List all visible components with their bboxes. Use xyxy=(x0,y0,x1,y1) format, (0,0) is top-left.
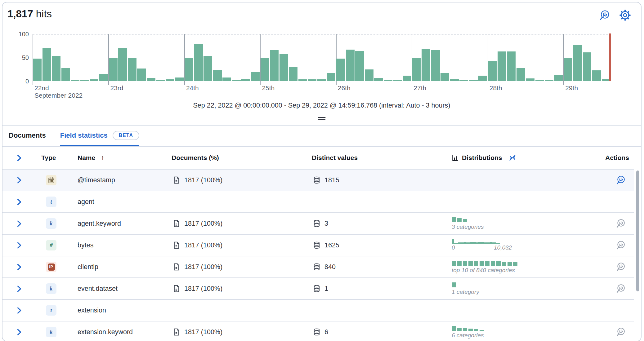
histogram-bar[interactable] xyxy=(459,80,468,81)
histogram-bar[interactable] xyxy=(478,76,487,81)
histogram-bar[interactable] xyxy=(355,51,364,81)
histogram-bar[interactable] xyxy=(71,80,79,81)
histogram-bar[interactable] xyxy=(261,58,269,81)
histogram-bar[interactable] xyxy=(251,72,260,81)
field-row-clientip[interactable]: IPclientip1817 (100%)840top 10 of 840 ca… xyxy=(2,256,634,277)
field-row-bytes[interactable]: #bytes1817 (100%)1625010,032 xyxy=(2,234,634,256)
histogram-bar[interactable] xyxy=(213,70,222,81)
explore-in-lens-icon[interactable] xyxy=(615,283,626,294)
histogram-bar[interactable] xyxy=(33,59,42,81)
histogram-bar[interactable] xyxy=(52,56,60,81)
histogram-bar[interactable] xyxy=(90,79,99,81)
histogram-bar[interactable] xyxy=(80,80,89,81)
histogram-bar[interactable] xyxy=(222,78,231,81)
histogram-bar[interactable] xyxy=(498,51,506,81)
histogram-bar[interactable] xyxy=(545,80,553,81)
histogram-bar[interactable] xyxy=(592,70,601,81)
histogram-bar[interactable] xyxy=(166,79,174,81)
explore-in-lens-icon[interactable] xyxy=(615,175,626,185)
bar-chart-icon xyxy=(452,154,459,162)
histogram-bar[interactable] xyxy=(365,69,373,81)
histogram-bar[interactable] xyxy=(42,48,51,81)
histogram-bar[interactable] xyxy=(194,44,203,81)
tab-field-statistics[interactable]: Field statistics BETA xyxy=(60,126,139,146)
y-axis-tick-label: 50 xyxy=(22,54,29,61)
field-row-extension.keyword[interactable]: kextension.keyword1817 (100%)66 categori… xyxy=(2,321,634,341)
expand-row-chevron[interactable] xyxy=(2,328,40,336)
histogram-bar[interactable] xyxy=(450,79,459,81)
histogram-bar[interactable] xyxy=(554,75,563,81)
histogram-bar[interactable] xyxy=(289,67,297,81)
field-row-agent[interactable]: tagent xyxy=(2,191,634,212)
histogram-bar[interactable] xyxy=(393,80,402,81)
explore-in-lens-icon[interactable] xyxy=(615,240,626,250)
histogram-bar[interactable] xyxy=(526,78,534,81)
histogram-bar[interactable] xyxy=(583,52,592,81)
histogram-bar[interactable] xyxy=(203,56,212,81)
expand-row-chevron[interactable] xyxy=(2,285,40,293)
tab-documents[interactable]: Documents xyxy=(9,126,46,146)
histogram-bar[interactable] xyxy=(441,73,449,81)
hide-distributions-toggle-icon[interactable] xyxy=(508,153,517,162)
column-header-name[interactable]: Name ↑ xyxy=(75,154,170,162)
field-row-@timestamp[interactable]: @timestamp1817 (100%)1815 xyxy=(2,169,634,191)
distinct-values-count: 1625 xyxy=(324,241,339,249)
histogram-bar[interactable] xyxy=(298,79,307,81)
histogram-bar[interactable] xyxy=(469,80,478,81)
expand-row-chevron[interactable] xyxy=(2,219,40,228)
histogram-bar[interactable] xyxy=(156,80,165,81)
histogram-bar[interactable] xyxy=(346,50,355,81)
histogram-bar[interactable] xyxy=(422,49,430,81)
field-row-event.dataset[interactable]: kevent.dataset1817 (100%)11 category xyxy=(2,277,634,299)
time-range-label: Sep 22, 2022 @ 00:00:00.000 - Sep 29, 20… xyxy=(2,102,641,109)
explore-in-lens-icon[interactable] xyxy=(615,262,626,272)
histogram-bar[interactable] xyxy=(384,80,392,81)
histogram-bar[interactable] xyxy=(99,74,108,81)
histogram-bar[interactable] xyxy=(564,58,572,81)
histogram-bar[interactable] xyxy=(137,69,146,81)
histogram-bar[interactable] xyxy=(403,76,411,81)
expand-all-chevron[interactable] xyxy=(2,154,40,162)
expand-row-chevron[interactable] xyxy=(2,198,40,206)
histogram-bar[interactable] xyxy=(270,50,279,81)
histogram-bar[interactable] xyxy=(327,73,335,81)
distribution-min-label: 0 xyxy=(452,244,455,251)
histogram-bar[interactable] xyxy=(488,61,497,81)
histogram-bar[interactable] xyxy=(374,78,383,81)
explore-in-lens-icon[interactable] xyxy=(615,218,626,229)
histogram-bar[interactable] xyxy=(507,51,516,81)
histogram-bar[interactable] xyxy=(336,59,345,81)
histogram-bar[interactable] xyxy=(128,58,136,81)
histogram-bar[interactable] xyxy=(412,58,421,81)
histogram-bar[interactable] xyxy=(109,58,118,81)
column-header-distributions: Distributions xyxy=(447,153,591,162)
expand-row-chevron[interactable] xyxy=(2,176,40,184)
explore-in-lens-icon[interactable] xyxy=(615,327,626,337)
hits-histogram[interactable]: 10050022ndSeptember 202223rd24th25th26th… xyxy=(33,34,611,81)
expand-row-chevron[interactable] xyxy=(2,241,40,250)
histogram-bar[interactable] xyxy=(147,78,155,81)
histogram-bar[interactable] xyxy=(241,79,250,81)
vertical-scrollbar-thumb[interactable] xyxy=(636,170,639,291)
distribution-preview: top 10 of 840 categories xyxy=(452,260,517,274)
histogram-bar[interactable] xyxy=(573,45,582,81)
histogram-bar[interactable] xyxy=(61,68,70,81)
expand-row-chevron[interactable] xyxy=(2,306,40,315)
histogram-bar[interactable] xyxy=(185,58,193,81)
histogram-bar[interactable] xyxy=(317,79,326,81)
field-row-extension[interactable]: textension xyxy=(2,299,634,321)
histogram-bar[interactable] xyxy=(232,80,241,81)
histogram-bar[interactable] xyxy=(431,50,440,81)
chart-settings-gear-icon[interactable] xyxy=(619,9,631,21)
edit-visualization-lens-icon[interactable] xyxy=(599,9,610,21)
histogram-bar[interactable] xyxy=(517,68,525,81)
histogram-bar[interactable] xyxy=(175,78,184,81)
histogram-bar[interactable] xyxy=(308,79,316,81)
histogram-bar[interactable] xyxy=(280,54,288,81)
histogram-bar[interactable] xyxy=(118,48,127,81)
panel-resize-handle[interactable] xyxy=(315,116,328,122)
documents-count: 1817 (100%) xyxy=(184,220,222,228)
histogram-bar[interactable] xyxy=(535,80,544,81)
expand-row-chevron[interactable] xyxy=(2,263,40,271)
field-row-agent.keyword[interactable]: kagent.keyword1817 (100%)33 categories xyxy=(2,212,634,234)
